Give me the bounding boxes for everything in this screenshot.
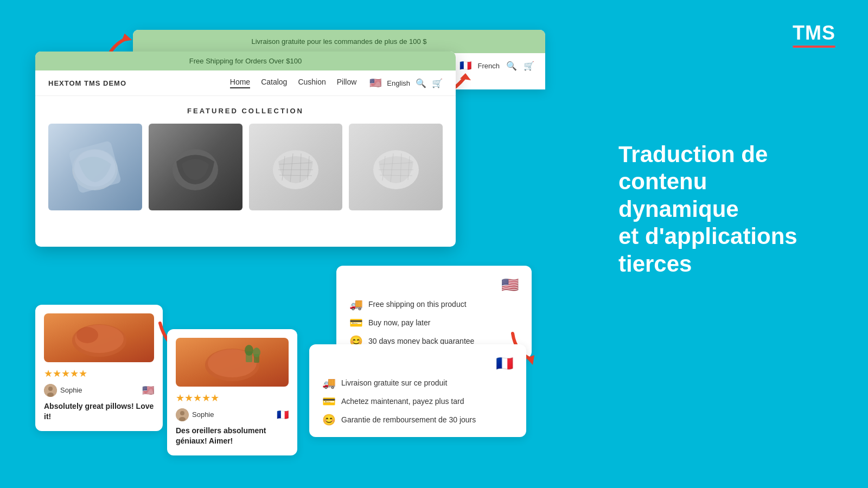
english-announcement: Free Shipping for Orders Over $100: [35, 52, 456, 70]
review-image-english: [44, 313, 154, 362]
feature-emoji-en-2: 💳: [349, 316, 363, 329]
feature-flag-en: 🇺🇸: [349, 277, 519, 293]
feature-item-fr-2: 💳 Achetez maintenant, payez plus tard: [322, 395, 513, 408]
feature-us-flag: 🇺🇸: [501, 277, 519, 293]
site-logo: HEXTOM TMS DEMO: [48, 79, 126, 87]
french-flag-icon: 🇫🇷: [459, 60, 471, 72]
reviewer-name-en: Sophie: [60, 386, 82, 394]
feature-text-fr-3: Garantie de remboursement de 30 jours: [341, 415, 476, 424]
right-text-line1: Traduction de: [618, 142, 768, 167]
reviewer-info-en: Sophie: [44, 384, 82, 397]
feature-box-french: 🇫🇷 🚚 Livraison gratuite sur ce produit 💳…: [309, 344, 526, 437]
product-card-4[interactable]: [349, 124, 443, 210]
tms-logo: TMS: [793, 22, 835, 48]
right-text-line4: et d'applications: [618, 223, 797, 249]
svg-point-3: [74, 150, 116, 187]
reviewer-row-en: Sophie 🇺🇸: [44, 384, 154, 397]
svg-point-26: [47, 393, 54, 397]
feature-emoji-fr-3: 😊: [322, 413, 336, 426]
pillow-orange-image: [44, 313, 154, 362]
product-card-1[interactable]: [48, 124, 142, 210]
featured-section: FEATURED COLLECTION: [35, 96, 456, 210]
feature-text-fr-1: Livraison gratuite sur ce produit: [341, 378, 447, 387]
product-card-3[interactable]: [249, 124, 343, 210]
reviewer-avatar-en: [44, 384, 57, 397]
right-text-line5: tierces: [618, 251, 692, 277]
nav-pillow[interactable]: Pillow: [337, 78, 357, 88]
svg-point-35: [180, 411, 184, 415]
reviewer-name-fr: Sophie: [192, 410, 214, 419]
feature-item-en-2: 💳 Buy now, pay later: [349, 316, 519, 329]
pillow-orange-image-fr: [176, 338, 289, 387]
right-text-line3: dynamique: [618, 196, 739, 222]
reviewer-info-fr: Sophie: [176, 408, 214, 421]
right-side-text: Traduction de contenu dynamique et d'app…: [618, 141, 825, 278]
reviewer-flag-en: 🇺🇸: [142, 384, 154, 396]
browser-english: Free Shipping for Orders Over $100 HEXTO…: [35, 52, 456, 247]
feature-fr-flag: 🇫🇷: [496, 355, 513, 371]
svg-point-33: [253, 348, 260, 357]
nav-links: Home Catalog Cushion Pillow: [230, 78, 357, 88]
reviewer-flag-fr: 🇫🇷: [277, 409, 289, 421]
review-stars-en: ★★★★★: [44, 368, 154, 380]
nav-home[interactable]: Home: [230, 78, 250, 88]
feature-text-en-1: Free shipping on this product: [368, 300, 467, 309]
feature-flag-fr: 🇫🇷: [322, 355, 513, 372]
review-card-french: ★★★★★ Sophie 🇫🇷 Des oreillers absolument…: [167, 329, 297, 455]
cart-icon[interactable]: 🛒: [432, 78, 443, 88]
feature-emoji-fr-2: 💳: [322, 395, 336, 408]
english-language-label[interactable]: English: [387, 79, 410, 87]
svg-point-23: [76, 327, 98, 343]
svg-point-2: [72, 149, 118, 190]
svg-point-31: [245, 345, 253, 356]
review-card-english: ★★★★★ Sophie 🇺🇸 Absolutely great pillows…: [35, 305, 163, 431]
feature-item-en-1: 🚚 Free shipping on this product: [349, 298, 519, 311]
review-text-fr: Des oreillers absolument géniaux! Aimer!: [176, 426, 289, 447]
nav-right: 🇺🇸 English 🔍 🛒: [369, 77, 443, 89]
french-language-label: French: [478, 62, 500, 70]
us-flag-icon: 🇺🇸: [369, 77, 381, 89]
reviewer-avatar-fr: [176, 408, 189, 421]
nav-catalog[interactable]: Catalog: [261, 78, 287, 88]
feature-item-fr-3: 😊 Garantie de remboursement de 30 jours: [322, 413, 513, 426]
feature-emoji-en-1: 🚚: [349, 298, 363, 311]
feature-text-en-2: Buy now, pay later: [368, 318, 430, 327]
product-card-2[interactable]: [149, 124, 242, 210]
review-stars-fr: ★★★★★: [176, 392, 289, 404]
reviewer-row-fr: Sophie 🇫🇷: [176, 408, 289, 421]
french-cart-icon[interactable]: 🛒: [524, 61, 534, 71]
nav-cushion[interactable]: Cushion: [298, 78, 326, 88]
product-grid: [48, 124, 443, 210]
french-search-icon[interactable]: 🔍: [506, 61, 517, 71]
svg-point-25: [48, 387, 53, 391]
review-text-en: Absolutely great pillows! Love it!: [44, 401, 154, 422]
feature-emoji-fr-1: 🚚: [322, 376, 336, 389]
french-announcement: Livraison gratuite pour les commandes de…: [133, 30, 545, 53]
right-text-line2: contenu: [618, 169, 707, 194]
english-nav-bar: HEXTOM TMS DEMO Home Catalog Cushion Pil…: [35, 70, 456, 96]
logo-underline: [793, 46, 835, 48]
search-icon[interactable]: 🔍: [416, 78, 426, 88]
featured-title: FEATURED COLLECTION: [48, 107, 443, 115]
feature-text-fr-2: Achetez maintenant, payez plus tard: [341, 397, 464, 406]
logo-text: TMS: [793, 22, 835, 44]
feature-item-fr-1: 🚚 Livraison gratuite sur ce produit: [322, 376, 513, 389]
svg-point-36: [179, 417, 186, 421]
review-image-french: [176, 338, 289, 387]
